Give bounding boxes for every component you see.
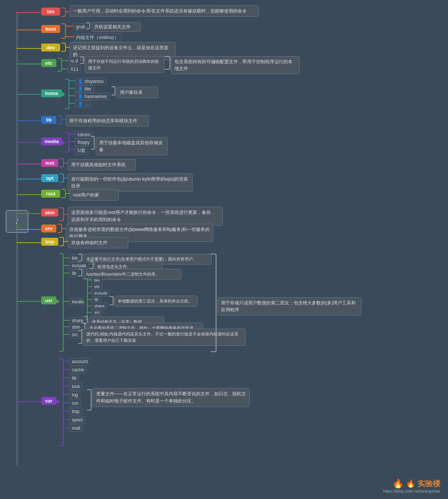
dev-hline xyxy=(17,48,41,49)
bin-hline xyxy=(17,12,41,13)
media-dot xyxy=(62,141,65,144)
usr-node: usr xyxy=(41,296,56,304)
home-shiyanlou: 👤 shiyanlou xyxy=(75,78,106,85)
home-node: home xyxy=(41,89,62,97)
local-include: include xyxy=(92,290,110,296)
usr-lib: lib xyxy=(69,270,79,277)
etc-x11: X11 xyxy=(68,65,81,73)
usr-src-desc: 源代码,例如:内核源代码及其头文件。不过一般的发行版是不会保留内核源码在这里的，… xyxy=(83,329,246,346)
var-cache: cache xyxy=(69,366,87,374)
bin-desc: 一般用户可用，启动时会用到的命令;即在文件系统还没有被挂载时，也能够使用的命令 xyxy=(70,5,259,17)
local-desc: 本地数据的第三层次，具体到本台主机。 xyxy=(114,296,198,307)
var-lock: lock xyxy=(69,383,82,390)
home-dots: 👤 … xyxy=(75,100,92,108)
local-etc: etc xyxy=(92,283,103,290)
media-node: media xyxy=(41,137,62,145)
var-desc: 变量文件——在正常运行的系统中其内容不断变化的文件，如日志，脱机文件和临时电子邮… xyxy=(93,388,250,407)
opt-desc: 发行版附加的一些软件包(如ubuntu kylin附带的wps)的安装目录 xyxy=(68,173,193,192)
home-lilei: 👤 lilei xyxy=(75,85,94,93)
boot-kernel: 内核文件（vmlinuz） xyxy=(73,33,121,42)
etc-desc: 包含系统特有的可编辑配置文件，即用于控制程序运行的本地文件 xyxy=(171,56,300,74)
srv-node: srv xyxy=(41,225,56,232)
dev-bracket xyxy=(61,43,66,52)
usr-inner-bracket xyxy=(59,253,64,352)
local-src: src xyxy=(92,309,103,316)
etc-inner-bracket xyxy=(58,58,62,72)
home-dot xyxy=(62,93,65,96)
var-bracket xyxy=(59,359,64,446)
lib-desc: 用于存放程序的动态库和模块文件 xyxy=(66,115,149,126)
var-dot xyxy=(56,400,59,403)
local-share: share xyxy=(92,303,107,309)
home-desc: 用户家目录 xyxy=(117,87,158,98)
grub-desc: 开机设置相关文件 xyxy=(92,22,141,32)
trunk-line xyxy=(17,11,17,466)
boot-node: boot xyxy=(41,25,60,33)
var-tmp: tmp xyxy=(69,408,82,415)
srv-hline xyxy=(17,229,41,230)
root-hline xyxy=(17,194,41,195)
var-node: var xyxy=(41,397,56,405)
media-desc: 用于挂载本地磁盘或其他存储设备 xyxy=(96,137,168,155)
home-hline xyxy=(17,94,41,95)
var-mail: mail xyxy=(69,424,83,432)
usr-sbin: sbin xyxy=(69,323,83,331)
mnt-node: mnt xyxy=(41,159,58,167)
usr-dot xyxy=(56,300,59,303)
tmp-node: tmp xyxy=(41,238,58,246)
usr-hline xyxy=(17,301,41,302)
boot-grub-line xyxy=(66,26,73,27)
lib-node: lib xyxy=(41,116,56,124)
sbin-hline xyxy=(17,213,41,214)
etc-hline xyxy=(17,64,41,64)
usr-outer-bracket xyxy=(211,254,216,352)
media-udisk: U盘 xyxy=(75,146,88,155)
bin-hline2 xyxy=(66,11,70,12)
boot-bracket xyxy=(61,23,66,39)
dev-node: dev xyxy=(41,44,60,51)
opt-hline xyxy=(17,179,41,179)
etc-rcd: rc.d xyxy=(68,57,81,65)
mnt-desc: 用于挂载其他临时文件系统 xyxy=(68,159,136,170)
var-spool: spool xyxy=(69,416,86,424)
tmp-desc: 存放各种临时文件 xyxy=(68,237,128,248)
var-hline xyxy=(17,401,41,402)
var-run: run xyxy=(69,399,81,407)
home-hanmeimei: 👤 hanmeimei xyxy=(75,93,109,100)
opt-node: opt xyxy=(41,174,58,182)
media-hline xyxy=(17,142,41,143)
home-bracket xyxy=(65,79,69,109)
etc-rcd-desc: 用于存放不同运行等级的启动脚本的链接文件 xyxy=(85,56,164,73)
dev-hline2 xyxy=(66,47,70,48)
boot-grub: grub xyxy=(73,23,88,31)
usr-desc: 用于存储只读用户数据的第二层次；包含绝大多数的(多)用户工具和应用程序 xyxy=(218,297,361,315)
boot-kernel-line xyxy=(66,36,73,37)
var-log: log xyxy=(69,391,81,399)
usr-include: include xyxy=(69,262,89,270)
root-desc: root用户的家 xyxy=(70,189,119,201)
local-bin: bin xyxy=(92,277,103,284)
watermark: 🔥 🔥 实验楼 https://blog.csdn.net/wangzhae xyxy=(383,478,440,493)
bin-bracket xyxy=(61,8,66,17)
mnt-hline xyxy=(17,164,41,164)
local-lib: lib xyxy=(92,296,101,303)
var-lib: lib xyxy=(69,374,79,382)
watermark-logo: 🔥 实验楼 xyxy=(406,479,440,489)
media-floppy: floppy xyxy=(75,139,92,146)
local-dot xyxy=(81,301,84,304)
sbin-node: sbin xyxy=(41,209,58,217)
bin-node: bin xyxy=(41,8,60,16)
var-account: account xyxy=(69,358,90,365)
tmp-hline xyxy=(17,242,41,243)
boot-hline xyxy=(17,30,41,30)
sbin-desc: 这里面很多只能是root用户才能执行的命令，一些系统进行更新，备份，还原和开关机… xyxy=(68,207,223,226)
root-node-label: root xyxy=(41,190,60,198)
grub-bracket xyxy=(86,22,90,29)
lib-hline xyxy=(17,120,41,121)
watermark-url: https://blog.csdn.net/wangzhae xyxy=(383,489,440,493)
etc-node: etc xyxy=(41,59,56,67)
media-cdrom: cdrom xyxy=(75,131,93,139)
